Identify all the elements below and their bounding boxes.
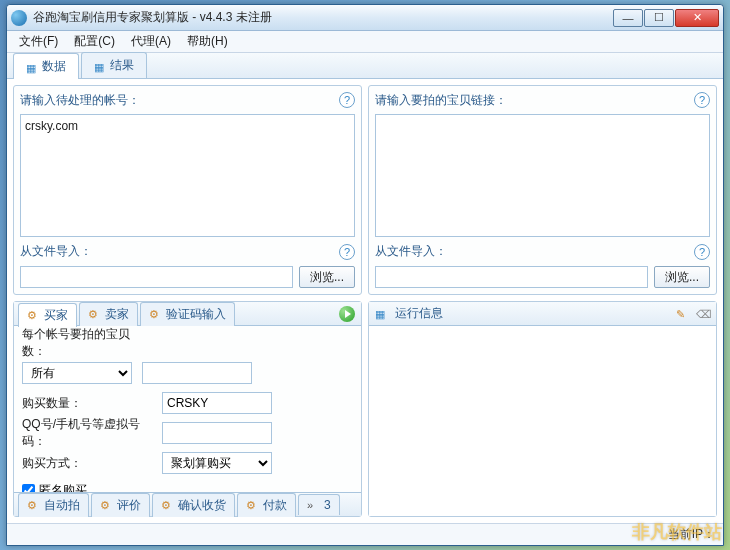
menu-config[interactable]: 配置(C) (68, 31, 121, 52)
runinfo-title: 运行信息 (395, 305, 443, 322)
tab-more[interactable]: 3 (298, 494, 340, 515)
window-title: 谷跑淘宝刷信用专家聚划算版 - v4.4.3 未注册 (33, 9, 613, 26)
captcha-tab-icon (149, 307, 163, 321)
runinfo-panel: 运行信息 (368, 301, 717, 517)
tab-pay[interactable]: 付款 (237, 493, 296, 517)
clear-log-icon[interactable] (696, 307, 710, 321)
subtab-buyer[interactable]: 买家 (18, 303, 77, 327)
runinfo-log[interactable] (369, 326, 716, 516)
accounts-panel: 请输入待处理的帐号： ? crsky.com 从文件导入： ? 浏览... (13, 85, 362, 295)
links-import-label: 从文件导入： (375, 243, 447, 260)
autobid-icon (27, 498, 41, 512)
subtab-captcha-label: 验证码输入 (166, 306, 226, 323)
top-row: 请输入待处理的帐号： ? crsky.com 从文件导入： ? 浏览... 请输… (13, 85, 717, 295)
links-import-path[interactable] (375, 266, 648, 288)
links-browse-button[interactable]: 浏览... (654, 266, 710, 288)
action-tabbar: 自动拍 评价 确认收货 付款 (14, 492, 361, 516)
more-icon (307, 498, 321, 512)
tab-result-label: 结果 (110, 57, 134, 74)
subtab-captcha[interactable]: 验证码输入 (140, 302, 235, 326)
tab-confirm[interactable]: 确认收货 (152, 493, 235, 517)
qq-label: QQ号/手机号等虚拟号码： (22, 416, 152, 450)
result-tab-icon (94, 60, 106, 72)
run-button[interactable] (339, 306, 355, 322)
accounts-import-path[interactable] (20, 266, 293, 288)
runinfo-header: 运行信息 (369, 302, 716, 326)
buyer-tabbar: 买家 卖家 验证码输入 (14, 302, 361, 326)
app-icon (11, 10, 27, 26)
titlebar[interactable]: 谷跑淘宝刷信用专家聚划算版 - v4.4.3 未注册 — ☐ ✕ (7, 5, 723, 31)
buyer-form: 每个帐号要拍的宝贝数： 所有 购买数量： QQ号/手机号等虚拟号码： (14, 326, 361, 492)
bottom-row: 买家 卖家 验证码输入 每个帐号要拍的宝贝数： (13, 301, 717, 517)
tab-more-count: 3 (324, 498, 331, 512)
edit-log-icon[interactable] (676, 307, 690, 321)
runinfo-icon (375, 307, 389, 321)
tab-review[interactable]: 评价 (91, 493, 150, 517)
links-label: 请输入要拍的宝贝链接： (375, 92, 694, 109)
links-textarea[interactable] (375, 114, 710, 237)
qty-label: 购买数量： (22, 395, 152, 412)
qq-input[interactable] (162, 422, 272, 444)
qty-input[interactable] (162, 392, 272, 414)
main-tabstrip: 数据 结果 (7, 53, 723, 79)
menubar: 文件(F) 配置(C) 代理(A) 帮助(H) (7, 31, 723, 53)
pay-icon (246, 498, 260, 512)
buyer-tab-icon (27, 308, 41, 322)
accounts-label: 请输入待处理的帐号： (20, 92, 339, 109)
subtab-buyer-label: 买家 (44, 307, 68, 324)
menu-proxy[interactable]: 代理(A) (125, 31, 177, 52)
maximize-button[interactable]: ☐ (644, 9, 674, 27)
tab-review-label: 评价 (117, 497, 141, 514)
tab-autobid-label: 自动拍 (44, 497, 80, 514)
links-help-icon[interactable]: ? (694, 92, 710, 108)
items-per-account-label: 每个帐号要拍的宝贝数： (22, 326, 152, 360)
anon-label: 匿名购买 (39, 482, 87, 492)
status-ip-label: 当前IP： (668, 526, 715, 543)
close-button[interactable]: ✕ (675, 9, 719, 27)
method-label: 购买方式： (22, 455, 152, 472)
app-window: 谷跑淘宝刷信用专家聚划算版 - v4.4.3 未注册 — ☐ ✕ 文件(F) 配… (6, 4, 724, 546)
tab-result[interactable]: 结果 (81, 52, 147, 78)
confirm-icon (161, 498, 175, 512)
subtab-seller-label: 卖家 (105, 306, 129, 323)
seller-tab-icon (88, 307, 102, 321)
items-extra-input[interactable] (142, 362, 252, 384)
menu-file[interactable]: 文件(F) (13, 31, 64, 52)
content-area: 请输入待处理的帐号： ? crsky.com 从文件导入： ? 浏览... 请输… (7, 79, 723, 523)
menu-help[interactable]: 帮助(H) (181, 31, 234, 52)
minimize-button[interactable]: — (613, 9, 643, 27)
links-panel: 请输入要拍的宝贝链接： ? 从文件导入： ? 浏览... (368, 85, 717, 295)
accounts-import-label: 从文件导入： (20, 243, 92, 260)
tab-confirm-label: 确认收货 (178, 497, 226, 514)
tab-data-label: 数据 (42, 58, 66, 75)
accounts-help-icon[interactable]: ? (339, 92, 355, 108)
items-per-account-select[interactable]: 所有 (22, 362, 132, 384)
buyer-panel: 买家 卖家 验证码输入 每个帐号要拍的宝贝数： (13, 301, 362, 517)
tab-autobid[interactable]: 自动拍 (18, 493, 89, 517)
anon-checkbox[interactable] (22, 484, 35, 492)
method-select[interactable]: 聚划算购买 (162, 452, 272, 474)
accounts-browse-button[interactable]: 浏览... (299, 266, 355, 288)
tab-data[interactable]: 数据 (13, 53, 79, 79)
links-import-help-icon[interactable]: ? (694, 244, 710, 260)
data-tab-icon (26, 61, 38, 73)
accounts-textarea[interactable]: crsky.com (20, 114, 355, 237)
accounts-import-help-icon[interactable]: ? (339, 244, 355, 260)
statusbar: 当前IP： (7, 523, 723, 545)
tab-pay-label: 付款 (263, 497, 287, 514)
review-icon (100, 498, 114, 512)
subtab-seller[interactable]: 卖家 (79, 302, 138, 326)
